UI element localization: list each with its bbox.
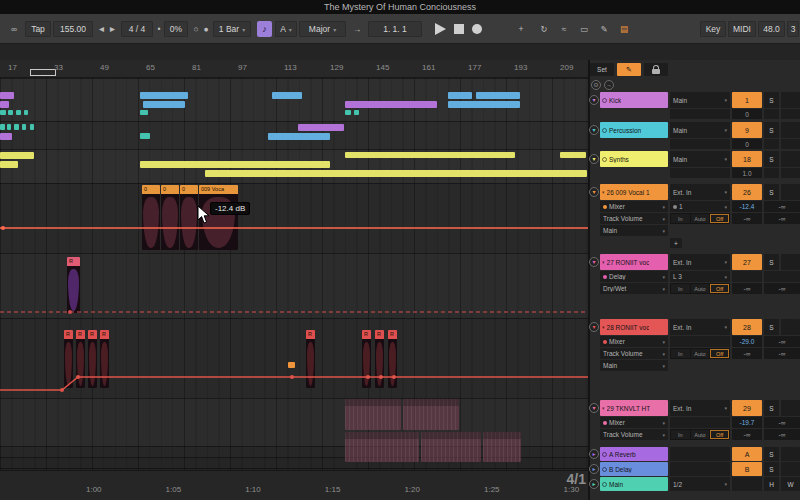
track-26-name[interactable]: ▾26 009 Vocal 1 [600, 184, 668, 200]
midi-map-button[interactable]: MIDI [728, 21, 756, 37]
midi-clip[interactable] [140, 92, 188, 99]
draw-automation-button[interactable]: ✎ [617, 63, 641, 76]
lane-chooser-27[interactable]: L 3▾ [670, 271, 730, 282]
box-select-icon[interactable]: ▭ [576, 21, 592, 37]
audio-clip[interactable]: R [76, 330, 85, 388]
param-chooser-28[interactable]: Track Volume▾ [600, 348, 668, 359]
midi-clip[interactable] [0, 152, 34, 159]
arrangement-position-display[interactable]: 1. 1. 1 [368, 21, 422, 37]
value-box[interactable]: -∞ [764, 213, 800, 224]
midi-clip[interactable] [16, 110, 21, 115]
return-b-num[interactable]: B [732, 462, 762, 476]
midi-clip[interactable] [560, 152, 586, 158]
faded-clip[interactable] [483, 432, 521, 462]
wave-mode-icon[interactable]: ≈ [556, 21, 572, 37]
metronome-dot-icon[interactable]: ● [201, 21, 211, 37]
midi-clip[interactable] [0, 110, 6, 115]
midi-clip[interactable] [268, 133, 330, 140]
track-percussion-output[interactable]: Main▾ [670, 122, 730, 138]
audio-clip[interactable]: R [306, 330, 315, 388]
value-box[interactable]: -∞ [764, 348, 800, 359]
track-percussion-num[interactable]: 9 [732, 122, 762, 138]
midi-clip[interactable] [272, 92, 302, 99]
faded-clip[interactable] [403, 399, 459, 430]
midi-clip[interactable] [448, 101, 520, 108]
value-box[interactable]: -∞ [764, 429, 800, 440]
track-29-name[interactable]: ▾29 TKNVLT HT [600, 400, 668, 416]
scale-root-chooser[interactable]: A▾ [275, 21, 297, 37]
audio-clip[interactable]: R [375, 330, 384, 388]
track-29-input[interactable]: Ext. In▾ [670, 400, 730, 416]
faded-clip[interactable] [421, 432, 481, 462]
lock-envelopes-button[interactable] [644, 63, 668, 76]
groove-amount[interactable]: 0% [164, 21, 188, 37]
midi-clip[interactable] [30, 124, 34, 130]
value-box[interactable]: -∞ [764, 201, 800, 212]
tempo-display[interactable]: 155.00 [53, 21, 93, 37]
scale-mode-button[interactable]: ♪ [257, 21, 272, 37]
audio-clip[interactable]: 0 [142, 185, 160, 250]
cue-output-chooser[interactable]: 1/2▾ [670, 477, 730, 491]
track-synths-name[interactable]: Synths [600, 151, 668, 167]
param-chooser-26[interactable]: Track Volume▾ [600, 213, 668, 224]
midi-clip[interactable] [22, 124, 26, 130]
follow-button-icon[interactable]: → [349, 21, 365, 37]
midi-clip[interactable] [8, 110, 13, 115]
midi-clip[interactable] [205, 170, 587, 177]
midi-clip[interactable] [140, 110, 148, 115]
automation-mode-icon[interactable]: ▤ [616, 21, 632, 37]
track-27-name[interactable]: ▾27 RONIIT voc [600, 254, 668, 270]
return-a-solo[interactable]: S [764, 447, 779, 461]
fold-return-a-icon[interactable]: ▸ [589, 449, 599, 459]
record-button[interactable] [470, 21, 484, 37]
faded-clip[interactable] [345, 399, 401, 430]
value-box[interactable]: -∞ [764, 417, 800, 428]
value-box[interactable]: -∞ [732, 213, 762, 224]
track-26-solo[interactable]: S [764, 184, 779, 200]
midi-clip[interactable] [0, 101, 9, 108]
audio-clip[interactable]: R [64, 330, 73, 388]
track-28-name[interactable]: ▾28 RONIIT voc [600, 319, 668, 335]
audio-clip[interactable]: 0 [180, 185, 198, 250]
track-percussion-name[interactable]: Percussion [600, 122, 668, 138]
midi-clip[interactable] [298, 124, 344, 131]
track-kick-solo[interactable]: S [764, 92, 779, 108]
audio-clip[interactable]: R [362, 330, 371, 388]
fold-26-icon[interactable]: ▾ [589, 187, 599, 197]
device-chooser-26[interactable]: Mixer▾ [600, 201, 668, 212]
audio-clip[interactable]: R [67, 257, 80, 313]
time-signature-display[interactable]: 4 / 4 [121, 21, 153, 37]
midi-clip[interactable] [7, 124, 11, 130]
return-a-num[interactable]: A [732, 447, 762, 461]
track-28-solo[interactable]: S [764, 319, 779, 335]
track-27-solo[interactable]: S [764, 254, 779, 270]
midi-clip[interactable] [14, 124, 19, 130]
key-map-button[interactable]: Key [700, 21, 726, 37]
track-28-input[interactable]: Ext. In▾ [670, 319, 730, 335]
param-chooser-27[interactable]: Dry/Wet▾ [600, 283, 668, 294]
midi-clip[interactable] [288, 362, 295, 368]
midi-clip[interactable] [140, 133, 150, 139]
midi-clip[interactable] [0, 92, 14, 99]
output-chooser-28[interactable]: Main▾ [600, 360, 668, 371]
new-button[interactable]: + [514, 21, 528, 37]
loop-brace[interactable] [30, 69, 56, 76]
fold-synths-icon[interactable]: ▾ [589, 154, 599, 164]
midi-clip[interactable] [476, 92, 520, 99]
track-27-input[interactable]: Ext. In▾ [670, 254, 730, 270]
value-box[interactable]: -∞ [732, 283, 762, 294]
return-b-name[interactable]: B Delay [600, 462, 668, 476]
midi-clip[interactable] [0, 124, 5, 130]
automation-mode-28[interactable]: InAutoOff [670, 348, 730, 359]
loop-toggle-icon[interactable]: ↻ [536, 21, 552, 37]
fold-kick-icon[interactable]: ▾ [589, 95, 599, 105]
quantize-chooser[interactable]: 1 Bar▾ [213, 21, 251, 37]
track-percussion-solo[interactable]: S [764, 122, 779, 138]
follow-circle-icon[interactable]: → [604, 80, 614, 90]
track-synths-solo[interactable]: S [764, 151, 779, 167]
fold-main-icon[interactable]: ▸ [589, 479, 599, 489]
track-26-num[interactable]: 26 [732, 184, 762, 200]
fold-percussion-icon[interactable]: ▾ [589, 125, 599, 135]
midi-clip[interactable] [24, 110, 28, 115]
set-button[interactable]: Set [590, 63, 614, 76]
